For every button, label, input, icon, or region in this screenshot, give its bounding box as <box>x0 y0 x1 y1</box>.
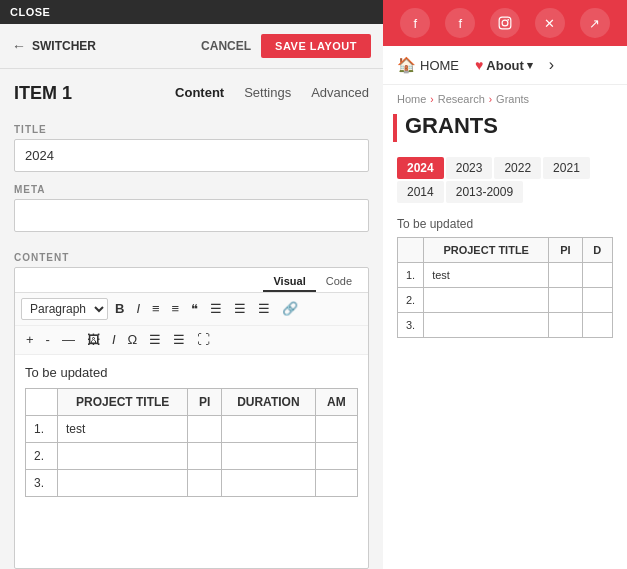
align-right-button[interactable]: ☰ <box>253 298 275 320</box>
tab-advanced[interactable]: Advanced <box>311 85 369 102</box>
separator-button[interactable]: — <box>57 329 80 351</box>
table-header-duration: DURATION <box>221 389 315 416</box>
italic-button[interactable]: I <box>131 298 145 320</box>
breadcrumb-grants: Grants <box>496 93 529 105</box>
ordered-list-button[interactable]: ≡ <box>167 298 185 320</box>
facebook-icon-2[interactable]: f <box>445 8 475 38</box>
year-tab-2024[interactable]: 2024 <box>397 157 444 179</box>
meta-section-label: META <box>0 172 383 199</box>
row-am <box>315 470 357 497</box>
social-bar: f f ✕ ↗ <box>383 0 627 46</box>
year-tab-2014[interactable]: 2014 <box>397 181 444 203</box>
to-be-updated-text: To be updated <box>383 209 627 237</box>
switcher-label: SWITCHER <box>32 39 96 53</box>
left-panel: CLOSE ← SWITCHER CANCEL SAVE LAYOUT ITEM… <box>0 0 383 569</box>
table-header-num <box>26 389 58 416</box>
content-area: Visual Code Paragraph Heading 1 Heading … <box>0 267 383 569</box>
nav-about-label: About <box>486 58 524 73</box>
save-layout-button[interactable]: SAVE LAYOUT <box>261 34 371 58</box>
special-char-button[interactable]: Ω <box>123 329 143 351</box>
page-title: GRANTS <box>405 109 512 147</box>
grants-table-row: 2. <box>398 288 613 313</box>
grants-row-title <box>424 288 549 313</box>
meta-input[interactable] <box>14 199 369 232</box>
minus-button[interactable]: - <box>41 329 55 351</box>
editor-tab-visual[interactable]: Visual <box>263 272 315 292</box>
row-duration <box>221 416 315 443</box>
align-left-button[interactable]: ☰ <box>205 298 227 320</box>
chevron-down-icon: ▾ <box>527 59 533 72</box>
blockquote-button[interactable]: ❝ <box>186 298 203 320</box>
svg-rect-0 <box>499 17 511 29</box>
bold-button[interactable]: B <box>110 298 129 320</box>
row-pi <box>188 443 222 470</box>
row-duration <box>221 470 315 497</box>
cancel-button[interactable]: CANCEL <box>201 39 251 53</box>
row-am <box>315 416 357 443</box>
grants-row-num: 1. <box>398 263 424 288</box>
title-input[interactable] <box>14 139 369 172</box>
editor-tab-code[interactable]: Code <box>316 272 362 292</box>
top-bar: CLOSE <box>0 0 383 24</box>
grants-table: PROJECT TITLE PI D 1. test 2. 3. <box>397 237 613 338</box>
breadcrumb: Home › Research › Grants <box>383 85 627 109</box>
row-num: 3. <box>26 470 58 497</box>
grants-row-num: 3. <box>398 313 424 338</box>
tab-settings[interactable]: Settings <box>244 85 291 102</box>
facebook-icon-1[interactable]: f <box>400 8 430 38</box>
grants-row-pi <box>549 313 582 338</box>
breadcrumb-home[interactable]: Home <box>397 93 426 105</box>
breadcrumb-research[interactable]: Research <box>438 93 485 105</box>
fullscreen-button[interactable]: ⛶ <box>192 329 215 351</box>
align-center-button[interactable]: ☰ <box>229 298 251 320</box>
switcher-button[interactable]: ← SWITCHER <box>12 38 96 54</box>
nav-about[interactable]: ♥ About ▾ <box>475 57 533 73</box>
twitter-x-icon[interactable]: ✕ <box>535 8 565 38</box>
year-tab-2013-2009[interactable]: 2013-2009 <box>446 181 523 203</box>
page-title-wrapper: GRANTS <box>393 109 627 147</box>
image-button[interactable]: 🖼 <box>82 329 105 351</box>
content-section-label: CONTENT <box>0 240 383 267</box>
row-pi <box>188 470 222 497</box>
year-tabs: 2024 2023 2022 2021 2014 2013-2009 <box>383 151 627 209</box>
grants-table-row: 1. test <box>398 263 613 288</box>
home-icon: 🏠 <box>397 56 416 74</box>
grants-row-pi <box>549 263 582 288</box>
grants-row-title <box>424 313 549 338</box>
grants-row-d <box>582 288 612 313</box>
grants-row-pi <box>549 288 582 313</box>
outdent-button[interactable]: ☰ <box>168 329 190 351</box>
table-header-pi: PI <box>188 389 222 416</box>
right-panel: f f ✕ ↗ 🏠 HOME ♥ About ▾ › Home › Resear… <box>383 0 627 569</box>
svg-point-2 <box>507 19 509 21</box>
nav-bar: 🏠 HOME ♥ About ▾ › <box>383 46 627 85</box>
year-tab-2022[interactable]: 2022 <box>494 157 541 179</box>
share-icon[interactable]: ↗ <box>580 8 610 38</box>
item-tabs: Content Settings Advanced <box>175 85 369 102</box>
row-num: 1. <box>26 416 58 443</box>
italic2-button[interactable]: I <box>107 329 121 351</box>
editor-table: PROJECT TITLE PI DURATION AM 1. test <box>25 388 358 497</box>
add-button[interactable]: + <box>21 329 39 351</box>
nav-home-label: HOME <box>420 58 459 73</box>
close-label[interactable]: CLOSE <box>10 6 50 18</box>
tab-content[interactable]: Content <box>175 85 224 102</box>
table-row: 2. <box>26 443 358 470</box>
grants-table-header-d: D <box>582 238 612 263</box>
format-buttons: B I ≡ ≡ ❝ ☰ ☰ ☰ 🔗 <box>110 298 303 320</box>
indent-button[interactable]: ☰ <box>144 329 166 351</box>
year-tab-2021[interactable]: 2021 <box>543 157 590 179</box>
instagram-icon[interactable] <box>490 8 520 38</box>
nav-home[interactable]: 🏠 HOME <box>397 56 459 74</box>
year-tab-2023[interactable]: 2023 <box>446 157 493 179</box>
breadcrumb-sep-1: › <box>430 94 433 105</box>
nav-more[interactable]: › <box>549 56 554 74</box>
grants-table-header-num <box>398 238 424 263</box>
editor-tabs: Visual Code <box>15 268 368 293</box>
link-button[interactable]: 🔗 <box>277 298 303 320</box>
breadcrumb-sep-2: › <box>489 94 492 105</box>
paragraph-select[interactable]: Paragraph Heading 1 Heading 2 <box>21 298 108 320</box>
unordered-list-button[interactable]: ≡ <box>147 298 165 320</box>
body-text: To be updated <box>25 365 358 380</box>
row-num: 2. <box>26 443 58 470</box>
